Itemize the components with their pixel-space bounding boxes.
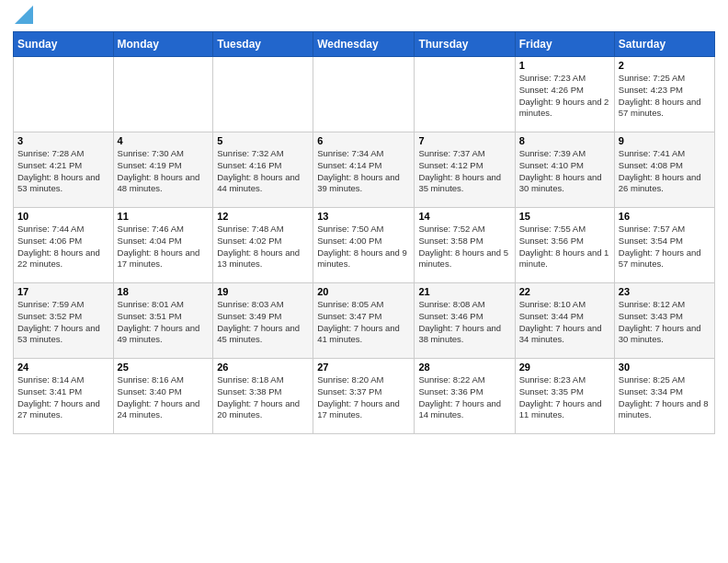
calendar-cell: 9Sunrise: 7:41 AM Sunset: 4:08 PM Daylig… (614, 132, 714, 208)
calendar-cell: 29Sunrise: 8:23 AM Sunset: 3:35 PM Dayli… (515, 359, 614, 434)
calendar-week-1: 3Sunrise: 7:28 AM Sunset: 4:21 PM Daylig… (14, 132, 715, 208)
day-header-thursday: Thursday (415, 32, 515, 57)
day-info: Sunrise: 7:25 AM Sunset: 4:23 PM Dayligh… (619, 73, 711, 120)
day-number: 14 (418, 211, 510, 222)
page: SundayMondayTuesdayWednesdayThursdayFrid… (0, 0, 728, 563)
day-number: 28 (418, 362, 510, 373)
day-info: Sunrise: 7:50 AM Sunset: 4:00 PM Dayligh… (317, 224, 410, 270)
calendar-cell: 5Sunrise: 7:32 AM Sunset: 4:16 PM Daylig… (213, 132, 313, 208)
calendar-cell: 6Sunrise: 7:34 AM Sunset: 4:14 PM Daylig… (313, 132, 415, 208)
day-info: Sunrise: 7:34 AM Sunset: 4:14 PM Dayligh… (317, 148, 410, 195)
day-info: Sunrise: 8:10 AM Sunset: 3:44 PM Dayligh… (519, 299, 610, 346)
calendar-cell: 14Sunrise: 7:52 AM Sunset: 3:58 PM Dayli… (415, 208, 515, 283)
day-header-monday: Monday (113, 32, 213, 57)
calendar-cell: 21Sunrise: 8:08 AM Sunset: 3:46 PM Dayli… (415, 283, 515, 359)
svg-marker-0 (15, 6, 33, 24)
calendar-header-row: SundayMondayTuesdayWednesdayThursdayFrid… (14, 32, 715, 57)
calendar-cell: 16Sunrise: 7:57 AM Sunset: 3:54 PM Dayli… (614, 208, 714, 283)
day-number: 29 (519, 362, 610, 373)
calendar-cell: 17Sunrise: 7:59 AM Sunset: 3:52 PM Dayli… (14, 283, 114, 359)
day-info: Sunrise: 7:23 AM Sunset: 4:26 PM Dayligh… (519, 73, 610, 120)
calendar-cell: 4Sunrise: 7:30 AM Sunset: 4:19 PM Daylig… (113, 132, 213, 208)
day-info: Sunrise: 8:16 AM Sunset: 3:40 PM Dayligh… (118, 374, 210, 421)
day-info: Sunrise: 7:30 AM Sunset: 4:19 PM Dayligh… (118, 148, 210, 195)
calendar-cell: 28Sunrise: 8:22 AM Sunset: 3:36 PM Dayli… (415, 359, 515, 434)
day-info: Sunrise: 8:14 AM Sunset: 3:41 PM Dayligh… (17, 374, 109, 421)
day-info: Sunrise: 7:28 AM Sunset: 4:21 PM Dayligh… (17, 148, 109, 195)
day-number: 2 (619, 60, 711, 71)
day-header-saturday: Saturday (614, 32, 714, 57)
day-info: Sunrise: 8:18 AM Sunset: 3:38 PM Dayligh… (217, 374, 309, 421)
day-number: 26 (217, 362, 309, 373)
calendar-cell: 30Sunrise: 8:25 AM Sunset: 3:34 PM Dayli… (614, 359, 714, 434)
day-info: Sunrise: 7:44 AM Sunset: 4:06 PM Dayligh… (17, 224, 109, 270)
day-info: Sunrise: 7:59 AM Sunset: 3:52 PM Dayligh… (17, 299, 109, 346)
calendar-cell: 3Sunrise: 7:28 AM Sunset: 4:21 PM Daylig… (14, 132, 114, 208)
day-number: 4 (118, 135, 210, 146)
day-info: Sunrise: 8:22 AM Sunset: 3:36 PM Dayligh… (418, 374, 510, 421)
calendar-cell: 1Sunrise: 7:23 AM Sunset: 4:26 PM Daylig… (515, 57, 614, 132)
day-header-wednesday: Wednesday (313, 32, 415, 57)
calendar-cell: 24Sunrise: 8:14 AM Sunset: 3:41 PM Dayli… (14, 359, 114, 434)
day-number: 13 (317, 211, 410, 222)
calendar-cell: 20Sunrise: 8:05 AM Sunset: 3:47 PM Dayli… (313, 283, 415, 359)
day-info: Sunrise: 7:37 AM Sunset: 4:12 PM Dayligh… (418, 148, 510, 195)
day-number: 11 (118, 211, 210, 222)
day-info: Sunrise: 8:20 AM Sunset: 3:37 PM Dayligh… (317, 374, 410, 421)
day-number: 10 (17, 211, 109, 222)
day-number: 5 (217, 135, 309, 146)
day-info: Sunrise: 8:23 AM Sunset: 3:35 PM Dayligh… (519, 374, 610, 421)
day-info: Sunrise: 7:39 AM Sunset: 4:10 PM Dayligh… (519, 148, 610, 195)
day-info: Sunrise: 7:41 AM Sunset: 4:08 PM Dayligh… (619, 148, 711, 195)
day-number: 9 (619, 135, 711, 146)
day-info: Sunrise: 7:55 AM Sunset: 3:56 PM Dayligh… (519, 224, 610, 270)
day-header-friday: Friday (515, 32, 614, 57)
day-number: 21 (418, 286, 510, 297)
calendar-week-4: 24Sunrise: 8:14 AM Sunset: 3:41 PM Dayli… (14, 359, 715, 434)
calendar-cell: 11Sunrise: 7:46 AM Sunset: 4:04 PM Dayli… (113, 208, 213, 283)
day-number: 15 (519, 211, 610, 222)
day-number: 27 (317, 362, 410, 373)
calendar-cell: 22Sunrise: 8:10 AM Sunset: 3:44 PM Dayli… (515, 283, 614, 359)
day-info: Sunrise: 7:46 AM Sunset: 4:04 PM Dayligh… (118, 224, 210, 270)
day-header-sunday: Sunday (14, 32, 114, 57)
day-number: 12 (217, 211, 309, 222)
day-info: Sunrise: 8:03 AM Sunset: 3:49 PM Dayligh… (217, 299, 309, 346)
day-number: 6 (317, 135, 410, 146)
calendar-cell (313, 57, 415, 132)
day-number: 25 (118, 362, 210, 373)
day-info: Sunrise: 7:48 AM Sunset: 4:02 PM Dayligh… (217, 224, 309, 270)
day-number: 7 (418, 135, 510, 146)
calendar-cell: 27Sunrise: 8:20 AM Sunset: 3:37 PM Dayli… (313, 359, 415, 434)
day-info: Sunrise: 8:12 AM Sunset: 3:43 PM Dayligh… (619, 299, 711, 346)
day-info: Sunrise: 8:25 AM Sunset: 3:34 PM Dayligh… (619, 374, 711, 421)
day-info: Sunrise: 7:32 AM Sunset: 4:16 PM Dayligh… (217, 148, 309, 195)
calendar-cell: 12Sunrise: 7:48 AM Sunset: 4:02 PM Dayli… (213, 208, 313, 283)
calendar-cell: 19Sunrise: 8:03 AM Sunset: 3:49 PM Dayli… (213, 283, 313, 359)
day-info: Sunrise: 8:05 AM Sunset: 3:47 PM Dayligh… (317, 299, 410, 346)
calendar-cell (213, 57, 313, 132)
calendar-cell: 15Sunrise: 7:55 AM Sunset: 3:56 PM Dayli… (515, 208, 614, 283)
calendar-cell: 8Sunrise: 7:39 AM Sunset: 4:10 PM Daylig… (515, 132, 614, 208)
day-info: Sunrise: 8:01 AM Sunset: 3:51 PM Dayligh… (118, 299, 210, 346)
calendar-cell: 23Sunrise: 8:12 AM Sunset: 3:43 PM Dayli… (614, 283, 714, 359)
calendar-cell (415, 57, 515, 132)
day-info: Sunrise: 7:57 AM Sunset: 3:54 PM Dayligh… (619, 224, 711, 270)
calendar: SundayMondayTuesdayWednesdayThursdayFrid… (13, 31, 715, 434)
day-number: 17 (17, 286, 109, 297)
day-number: 18 (118, 286, 210, 297)
day-number: 16 (619, 211, 711, 222)
header (13, 9, 715, 24)
day-info: Sunrise: 8:08 AM Sunset: 3:46 PM Dayligh… (418, 299, 510, 346)
day-number: 24 (17, 362, 109, 373)
calendar-week-3: 17Sunrise: 7:59 AM Sunset: 3:52 PM Dayli… (14, 283, 715, 359)
calendar-cell (14, 57, 114, 132)
calendar-cell: 18Sunrise: 8:01 AM Sunset: 3:51 PM Dayli… (113, 283, 213, 359)
calendar-cell: 2Sunrise: 7:25 AM Sunset: 4:23 PM Daylig… (614, 57, 714, 132)
logo (13, 9, 33, 24)
calendar-cell: 7Sunrise: 7:37 AM Sunset: 4:12 PM Daylig… (415, 132, 515, 208)
day-number: 23 (619, 286, 711, 297)
day-number: 22 (519, 286, 610, 297)
day-number: 30 (619, 362, 711, 373)
day-info: Sunrise: 7:52 AM Sunset: 3:58 PM Dayligh… (418, 224, 510, 270)
